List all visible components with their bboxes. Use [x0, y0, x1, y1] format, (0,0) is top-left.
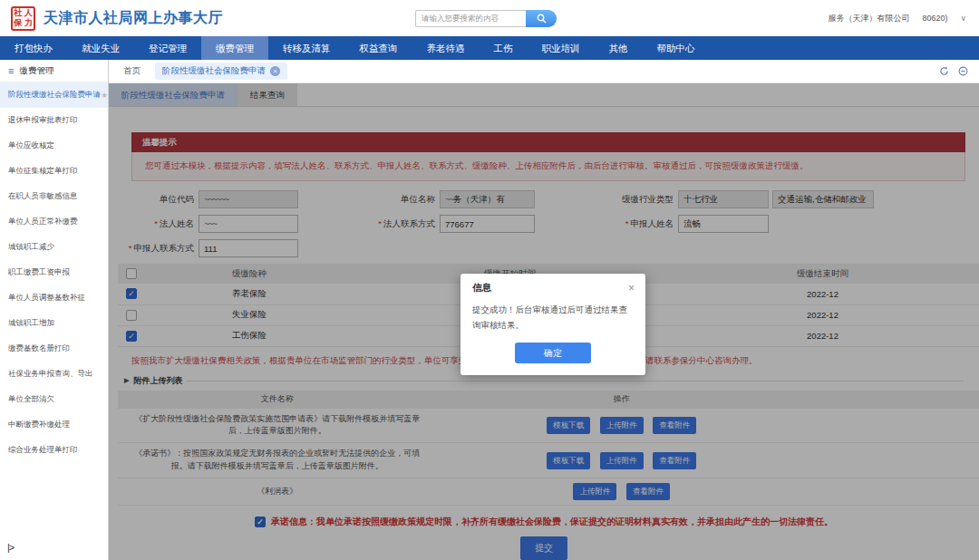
nav-item-transfer[interactable]: 转移及清算 — [268, 36, 345, 60]
dialog-message: 提交成功！后台审核通过后可通过结果查询审核结果。 — [460, 297, 645, 338]
sidebar-item-nonsensitive-info[interactable]: 在职人员非敏感信息 — [0, 184, 108, 209]
sidebar-item-clear-arrears[interactable]: 单位全部清欠 — [0, 387, 108, 412]
close-icon[interactable]: × — [628, 283, 635, 294]
search-bar — [415, 10, 557, 27]
list-menu-icon: ≡ — [8, 65, 14, 76]
sidebar-item-supplement-pay[interactable]: 单位人员正常补缴费 — [0, 209, 108, 235]
sidebar-item-comprehensive-print[interactable]: 综合业务处理单打印 — [0, 438, 108, 463]
site-title: 天津市人社局网上办事大厅 — [44, 9, 223, 28]
nav-item-package[interactable]: 打包快办 — [0, 36, 67, 60]
sidebar-item-deferral-apply[interactable]: 阶段性缓缴社会保险费申请 ★ — [0, 82, 108, 108]
sidebar-item-label: 阶段性缓缴社会保险费申请 — [8, 90, 101, 101]
sidebar-collapse-icon[interactable]: |> — [7, 542, 14, 553]
nav-item-help[interactable]: 帮助中心 — [643, 36, 710, 60]
nav-item-pension[interactable]: 养老待遇 — [412, 36, 480, 60]
logo-char: 力 — [24, 18, 34, 29]
main-area: 首页 阶段性缓缴社会保险费申请 × 阶段性缓缴社会保险费申请 — [109, 60, 979, 560]
sidebar-item-interrupt-supplement[interactable]: 中断缴费补缴处理 — [0, 412, 108, 438]
breadcrumb: 首页 阶段性缓缴社会保险费申请 × — [109, 60, 979, 83]
sidebar-item-staff-increase[interactable]: 城镇职工增加 — [0, 311, 108, 336]
sidebar-item-retire-print[interactable]: 退休申报审批表打印 — [0, 108, 108, 133]
hrss-seal-logo-icon: 社人保力 — [11, 6, 35, 31]
nav-item-training[interactable]: 职业培训 — [528, 36, 595, 60]
nav-item-other[interactable]: 其他 — [595, 36, 643, 60]
nav-item-payment[interactable]: 缴费管理 — [201, 36, 268, 60]
nav-item-injury[interactable]: 工伤 — [480, 36, 528, 60]
logo-char: 社 — [13, 8, 24, 19]
sidebar-item-base-adjust[interactable]: 单位人员调整基数补征 — [0, 285, 108, 311]
nav-item-rights-query[interactable]: 权益查询 — [345, 36, 412, 60]
breadcrumb-home[interactable]: 首页 — [123, 65, 141, 77]
refresh-icon[interactable] — [939, 66, 949, 76]
search-icon — [537, 14, 547, 24]
favorite-star-icon[interactable]: ★ — [101, 91, 108, 100]
dialog-title: 信息 — [472, 282, 491, 294]
page: 社人保力 天津市人社局网上办事大厅 服务（天津）有限公司 80620) ∨ 打包… — [0, 0, 979, 560]
breadcrumb-active-tab[interactable]: 阶段性缓缴社会保险费申请 × — [155, 63, 287, 80]
sidebar-item-wage-declare[interactable]: 职工缴费工资申报 — [0, 260, 108, 285]
sidebar-item-levy-print[interactable]: 单位征集核定单打印 — [0, 159, 108, 184]
logo-char: 保 — [13, 18, 24, 29]
search-input[interactable] — [415, 10, 526, 27]
sidebar-title: 缴费管理 — [19, 65, 53, 77]
sidebar-item-declare-query-export[interactable]: 社保业务申报查询、导出 — [0, 362, 108, 387]
close-tab-icon[interactable]: × — [270, 66, 280, 76]
company-name: 服务（天津）有限公司 — [828, 13, 909, 24]
logo-char: 人 — [24, 8, 34, 19]
confirm-button[interactable]: 确定 — [515, 343, 591, 363]
tab-options-icon[interactable] — [958, 66, 968, 76]
user-area: 服务（天津）有限公司 80620) ∨ — [828, 13, 966, 24]
main-nav: 打包快办 就业失业 登记管理 缴费管理 转移及清算 权益查询 养老待遇 工伤 职… — [0, 36, 979, 60]
sidebar-item-base-roster-print[interactable]: 缴费基数名册打印 — [0, 336, 108, 362]
chevron-down-icon[interactable]: ∨ — [960, 14, 966, 23]
nav-item-registration[interactable]: 登记管理 — [134, 36, 201, 60]
sidebar: ≡ 缴费管理 阶段性缓缴社会保险费申请 ★ 退休申报审批表打印 单位应收核定 单… — [0, 60, 109, 560]
search-button[interactable] — [526, 10, 557, 27]
sidebar-item-receivable[interactable]: 单位应收核定 — [0, 133, 108, 159]
top-header: 社人保力 天津市人社局网上办事大厅 服务（天津）有限公司 80620) ∨ — [0, 0, 979, 36]
sidebar-header: ≡ 缴费管理 — [0, 60, 108, 82]
sidebar-item-staff-decrease[interactable]: 城镇职工减少 — [0, 235, 108, 260]
message-dialog: 信息 × 提交成功！后台审核通过后可通过结果查询审核结果。 确定 — [460, 274, 645, 375]
company-code: 80620) — [922, 14, 947, 23]
breadcrumb-tab-label: 阶段性缓缴社会保险费申请 — [162, 65, 266, 77]
nav-item-employment[interactable]: 就业失业 — [67, 36, 134, 60]
